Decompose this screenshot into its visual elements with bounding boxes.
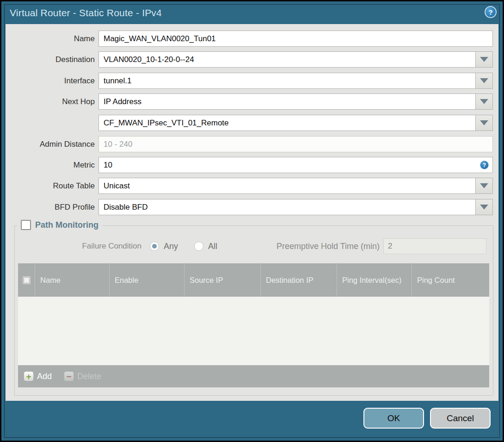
ok-button[interactable]: OK — [363, 408, 424, 429]
path-monitoring-section: Path Monitoring Failure Condition Any Al… — [14, 225, 493, 396]
path-monitoring-title: Path Monitoring — [35, 220, 98, 230]
column-header-enable[interactable]: Enable — [110, 263, 184, 297]
next-hop-type-dropdown-button[interactable] — [475, 93, 493, 110]
chevron-down-icon — [480, 78, 488, 83]
metric-field: ? — [98, 157, 493, 173]
name-field — [98, 31, 493, 47]
destination-dropdown-button[interactable] — [475, 51, 493, 68]
preemptive-hold-time-input[interactable] — [383, 238, 486, 254]
route-table-dropdown-button[interactable] — [475, 178, 493, 194]
column-header-source-ip[interactable]: Source IP — [184, 263, 261, 297]
delete-button-label: Delete — [77, 372, 101, 381]
destination-row: Destination — [6, 51, 498, 68]
admin-distance-field — [98, 136, 493, 152]
table-header-row: Name Enable Source IP Destination IP Pin… — [18, 263, 489, 297]
name-label: Name — [6, 31, 95, 47]
next-hop-address-input[interactable] — [98, 115, 493, 131]
route-table-label: Route Table — [6, 178, 95, 194]
chevron-down-icon — [480, 99, 488, 104]
failure-condition-label: Failure Condition — [15, 238, 141, 254]
failure-condition-all-label: All — [208, 238, 217, 254]
select-all-checkbox[interactable] — [23, 276, 31, 284]
interface-row: Interface — [6, 73, 498, 89]
interface-label: Interface — [6, 73, 95, 89]
destination-field — [98, 51, 493, 68]
column-header-name[interactable]: Name — [35, 263, 110, 297]
destination-label: Destination — [6, 51, 95, 68]
preemptive-hold-time-label: Preemptive Hold Time (min) — [227, 238, 380, 254]
failure-condition-any-radio[interactable] — [150, 242, 159, 251]
metric-row: Metric ? — [6, 157, 498, 173]
dialog-body: Name Destination Interface — [6, 24, 498, 401]
interface-dropdown-button[interactable] — [475, 73, 493, 89]
question-mark-glyph: ? — [483, 162, 486, 168]
next-hop-row: Next Hop — [6, 93, 498, 110]
bfd-profile-row: BFD Profile — [6, 199, 498, 215]
failure-condition-any-label: Any — [164, 238, 178, 254]
cancel-button[interactable]: Cancel — [430, 408, 491, 429]
bfd-profile-input[interactable] — [98, 199, 493, 215]
delete-button[interactable]: − Delete — [64, 371, 101, 381]
bfd-profile-field — [98, 199, 493, 215]
table-body-empty — [18, 297, 489, 365]
route-table-field — [98, 178, 493, 194]
next-hop-type-input[interactable] — [98, 93, 493, 110]
dialog-title: Virtual Router - Static Route - IPv4 — [10, 7, 162, 19]
minus-icon: − — [64, 371, 74, 381]
next-hop-address-dropdown-button[interactable] — [475, 115, 493, 131]
add-button[interactable]: + Add — [24, 371, 52, 381]
path-monitoring-checkbox[interactable] — [21, 220, 31, 230]
add-button-label: Add — [37, 372, 52, 381]
admin-distance-label: Admin Distance — [6, 136, 95, 152]
next-hop-address-row — [6, 115, 498, 131]
chevron-down-icon — [480, 57, 488, 62]
metric-input[interactable] — [98, 157, 493, 173]
route-table-input[interactable] — [98, 178, 493, 194]
column-header-ping-count[interactable]: Ping Count — [412, 263, 489, 297]
column-header-ping-interval[interactable]: Ping Interval(sec) — [337, 263, 412, 297]
select-all-header-cell — [18, 263, 35, 297]
admin-distance-input[interactable] — [98, 136, 493, 152]
chevron-down-icon — [480, 120, 488, 125]
question-mark-glyph: ? — [488, 8, 492, 16]
path-monitoring-legend: Path Monitoring — [17, 220, 102, 230]
plus-icon: + — [24, 371, 34, 381]
table-toolbar: + Add − Delete — [18, 365, 489, 387]
next-hop-field — [98, 93, 493, 110]
next-hop-label: Next Hop — [6, 93, 95, 110]
chevron-down-icon — [480, 205, 488, 210]
metric-help-icon[interactable]: ? — [480, 161, 489, 169]
metric-label: Metric — [6, 157, 95, 173]
route-table-row: Route Table — [6, 178, 498, 194]
chevron-down-icon — [480, 183, 488, 188]
interface-input[interactable] — [98, 73, 493, 89]
bfd-profile-dropdown-button[interactable] — [475, 199, 493, 215]
bfd-profile-label: BFD Profile — [6, 199, 95, 215]
admin-distance-row: Admin Distance — [6, 136, 498, 152]
path-monitoring-table: Name Enable Source IP Destination IP Pin… — [18, 263, 489, 387]
destination-input[interactable] — [98, 51, 493, 68]
column-header-destination-ip[interactable]: Destination IP — [261, 263, 337, 297]
next-hop-address-field — [98, 115, 493, 131]
interface-field — [98, 73, 493, 89]
name-row: Name — [6, 31, 498, 47]
name-input[interactable] — [98, 31, 493, 47]
dialog-window: Virtual Router - Static Route - IPv4 ? N… — [0, 0, 504, 442]
help-icon[interactable]: ? — [485, 6, 497, 18]
failure-condition-all-radio[interactable] — [194, 242, 203, 251]
